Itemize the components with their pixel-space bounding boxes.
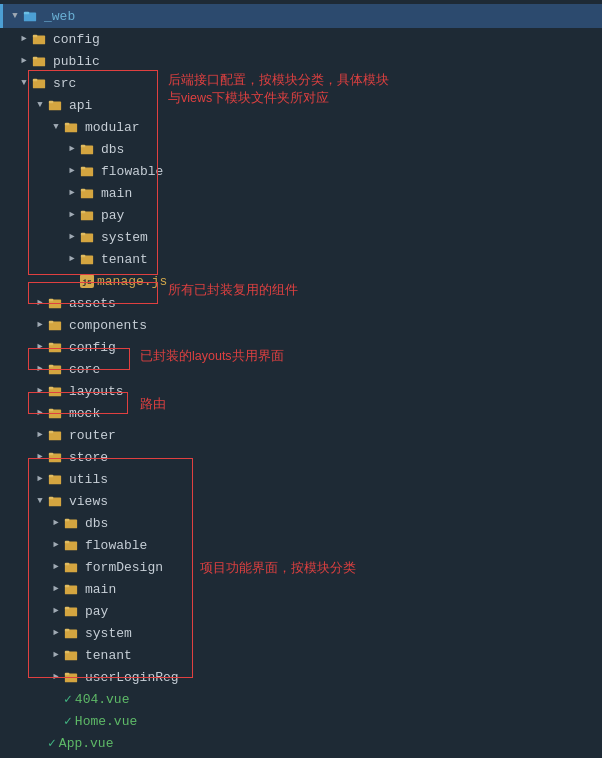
src-label: src (53, 76, 76, 91)
main2-arrow[interactable] (48, 581, 64, 597)
store-item[interactable]: store (0, 446, 602, 468)
core-arrow[interactable] (32, 361, 48, 377)
svg-rect-19 (81, 211, 85, 214)
system2-item[interactable]: system (0, 622, 602, 644)
system-arrow[interactable] (64, 229, 80, 245)
root-arrow[interactable] (7, 8, 23, 24)
tenant2-folder-icon (64, 648, 82, 662)
mock-item[interactable]: mock (0, 402, 602, 424)
config-arrow[interactable] (16, 31, 32, 47)
views-item[interactable]: views (0, 490, 602, 512)
store-arrow[interactable] (32, 449, 48, 465)
dbs2-item[interactable]: dbs (0, 512, 602, 534)
modular-arrow[interactable] (48, 119, 64, 135)
views-folder-icon (48, 494, 66, 508)
svg-rect-47 (65, 541, 69, 544)
pay-item[interactable]: pay (0, 204, 602, 226)
system-item[interactable]: system (0, 226, 602, 248)
flowable2-arrow[interactable] (48, 537, 64, 553)
svg-rect-13 (81, 145, 85, 148)
root-folder-icon (23, 9, 41, 23)
svg-rect-33 (49, 387, 53, 390)
svg-rect-21 (81, 233, 85, 236)
pay2-arrow[interactable] (48, 603, 64, 619)
components-arrow[interactable] (32, 317, 48, 333)
main-arrow[interactable] (64, 185, 80, 201)
vuehome-item[interactable]: ✓ Home.vue (0, 710, 602, 732)
svg-rect-29 (49, 343, 53, 346)
flowable2-item[interactable]: flowable (0, 534, 602, 556)
tenant2-item[interactable]: tenant (0, 644, 602, 666)
dbs-arrow[interactable] (64, 141, 80, 157)
main-item[interactable]: main (0, 182, 602, 204)
public-item[interactable]: public (0, 50, 602, 72)
svg-rect-41 (49, 475, 53, 478)
dbs-item[interactable]: dbs (0, 138, 602, 160)
pay-arrow[interactable] (64, 207, 80, 223)
appvue-item[interactable]: ✓ App.vue (0, 732, 602, 754)
config-folder-icon (32, 32, 50, 46)
system2-label: system (85, 626, 132, 641)
svg-rect-15 (81, 167, 85, 170)
tenant2-label: tenant (85, 648, 132, 663)
public-arrow[interactable] (16, 53, 32, 69)
src-folder-icon (32, 76, 50, 90)
formdesign-arrow[interactable] (48, 559, 64, 575)
modular-item[interactable]: modular (0, 116, 602, 138)
assets-arrow[interactable] (32, 295, 48, 311)
flowable-label: flowable (101, 164, 163, 179)
file-tree: _web config public src api (0, 0, 602, 758)
config2-folder-icon (48, 340, 66, 354)
tenant-arrow[interactable] (64, 251, 80, 267)
system2-arrow[interactable] (48, 625, 64, 641)
svg-rect-9 (49, 101, 53, 104)
config2-arrow[interactable] (32, 339, 48, 355)
layouts-item[interactable]: layouts (0, 380, 602, 402)
flowable2-folder-icon (64, 538, 82, 552)
router-arrow[interactable] (32, 427, 48, 443)
tenant-item[interactable]: tenant (0, 248, 602, 270)
mock-arrow[interactable] (32, 405, 48, 421)
root-item[interactable]: _web (0, 4, 602, 28)
assets-label: assets (69, 296, 116, 311)
main2-item[interactable]: main (0, 578, 602, 600)
flowable-arrow[interactable] (64, 163, 80, 179)
svg-rect-49 (65, 563, 69, 566)
dbs2-arrow[interactable] (48, 515, 64, 531)
utils-label: utils (69, 472, 108, 487)
components-item[interactable]: components (0, 314, 602, 336)
router-item[interactable]: router (0, 424, 602, 446)
views-arrow[interactable] (32, 493, 48, 509)
managejs-label: manage.js (97, 274, 167, 289)
components-label: components (69, 318, 147, 333)
components-annotation: 所有已封装复用的组件 (168, 282, 358, 300)
config2-label: config (69, 340, 116, 355)
public-label: public (53, 54, 100, 69)
src-arrow[interactable] (16, 75, 32, 91)
layouts-annotation: 已封装的layouts共用界面 (140, 348, 350, 366)
svg-rect-27 (49, 321, 53, 324)
main2-folder-icon (64, 582, 82, 596)
svg-rect-17 (81, 189, 85, 192)
flowable-item[interactable]: flowable (0, 160, 602, 182)
layouts-arrow[interactable] (32, 383, 48, 399)
tenant2-arrow[interactable] (48, 647, 64, 663)
appvue-label: App.vue (59, 736, 114, 751)
mainjs-item[interactable]: js main.js (0, 754, 602, 758)
vue404-item[interactable]: ✓ 404.vue (0, 688, 602, 710)
svg-rect-11 (65, 123, 69, 126)
pay2-item[interactable]: pay (0, 600, 602, 622)
svg-rect-1 (24, 12, 29, 15)
flowable2-label: flowable (85, 538, 147, 553)
userloginreg-item[interactable]: userLoginReg (0, 666, 602, 688)
utils-arrow[interactable] (32, 471, 48, 487)
userloginreg-arrow[interactable] (48, 669, 64, 685)
main-label: main (101, 186, 132, 201)
utils-item[interactable]: utils (0, 468, 602, 490)
svg-rect-5 (33, 57, 37, 60)
main2-label: main (85, 582, 116, 597)
api-arrow[interactable] (32, 97, 48, 113)
vue404-label: 404.vue (75, 692, 130, 707)
store-folder-icon (48, 450, 66, 464)
config-item[interactable]: config (0, 28, 602, 50)
